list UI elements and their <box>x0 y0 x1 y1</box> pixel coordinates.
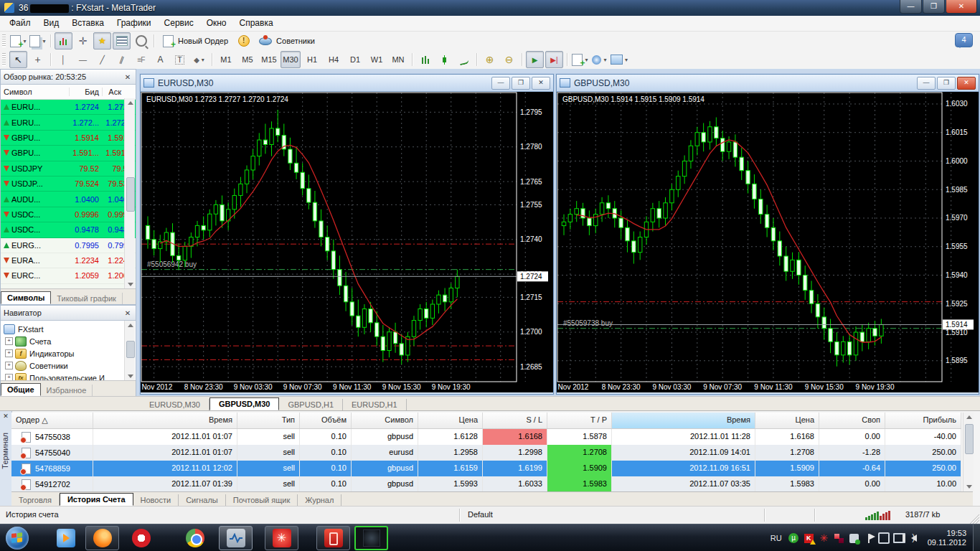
history-row-54755038[interactable]: 547550382012.11.01 01:07sell0.10gbpusd1.… <box>11 429 961 445</box>
taskbar-firefox-button[interactable] <box>85 526 119 550</box>
cursor-tool[interactable]: ↖ <box>9 51 27 68</box>
gbpusd-chart-canvas[interactable]: 1.60301.60151.60001.59851.59701.59551.59… <box>557 92 976 392</box>
text-tool[interactable]: A <box>151 51 169 68</box>
scrollbar-thumb[interactable] <box>126 177 135 212</box>
templates-button[interactable]: ▾ <box>610 51 628 68</box>
navigator-item-Индикаторы[interactable]: +fИндикаторы <box>4 347 136 359</box>
timeframe-M1[interactable]: M1 <box>216 51 236 68</box>
periods-button[interactable]: ▾ <box>590 51 608 68</box>
taskbar-wmp-button[interactable] <box>49 526 83 550</box>
market-watch-row[interactable]: EURG...0.79950.7999 <box>1 238 136 253</box>
market-watch-scrollbar[interactable] <box>124 98 135 289</box>
timeframe-M15[interactable]: M15 <box>259 51 279 68</box>
market-watch-row[interactable]: EURC...1.20591.2063 <box>1 268 136 283</box>
terminal-tab-История Счета[interactable]: История Счета <box>60 493 133 506</box>
column-bid[interactable]: Бид <box>70 88 103 96</box>
market-watch-row[interactable]: EURA...1.22341.2241 <box>1 253 136 268</box>
chart-tab-EURUSD,H1[interactable]: EURUSD,H1 <box>343 399 407 410</box>
eurusd-chart-canvas[interactable]: 1.27951.27801.27651.27551.27401.27251.27… <box>141 92 550 392</box>
terminal-tab-Новости[interactable]: Новости <box>133 494 179 506</box>
expander-icon[interactable]: + <box>5 349 13 357</box>
panel-close-icon[interactable]: ✕ <box>123 309 133 317</box>
new-chart-button[interactable]: +▾ <box>9 32 27 50</box>
red-asterisk-tray-icon[interactable]: ✳ <box>818 532 830 544</box>
taskbar-metatrader-button[interactable] <box>219 526 253 550</box>
terminal-scrollbar[interactable] <box>963 413 974 491</box>
column-header-T / P[interactable]: T / P <box>547 413 612 428</box>
expert-advisors-button[interactable]: Советники <box>254 32 320 50</box>
news-count-badge[interactable]: 4 <box>955 33 973 47</box>
profile-name[interactable]: Default <box>468 510 493 519</box>
menu-Вид[interactable]: Вид <box>37 16 66 31</box>
chart-close-button[interactable]: ✕ <box>532 77 550 90</box>
market-watch-row[interactable]: EURU...1.27241.2726 <box>1 100 136 115</box>
candlestick-mode-button[interactable] <box>435 51 453 68</box>
channel-tool[interactable]: ∥ <box>113 51 131 68</box>
column-header-Своп[interactable]: Своп <box>819 413 885 428</box>
market-watch-toggle[interactable] <box>55 32 72 50</box>
close-button[interactable]: ✕ <box>946 0 977 14</box>
history-row-54755040[interactable]: 547550402012.11.01 01:07sell0.10eurusd1.… <box>11 445 961 461</box>
timeframe-D1[interactable]: D1 <box>345 51 365 68</box>
navigator-tab-Общие[interactable]: Общие <box>1 383 41 396</box>
volume-tray-icon[interactable] <box>908 532 920 544</box>
column-header-Цена[interactable]: Цена <box>418 413 483 428</box>
column-header-Объём[interactable]: Объём <box>300 413 352 428</box>
column-header-Время[interactable]: Время <box>612 413 755 428</box>
cubes-tray-icon[interactable] <box>833 532 845 544</box>
timeframe-H1[interactable]: H1 <box>302 51 322 68</box>
bar-chart-mode-button[interactable] <box>416 51 434 68</box>
expander-icon[interactable]: + <box>5 362 13 369</box>
toolbar-grip[interactable] <box>2 53 6 66</box>
column-header-Тип[interactable]: Тип <box>237 413 300 428</box>
resize-grip[interactable] <box>969 514 979 524</box>
auto-scroll-toggle[interactable]: ▶ <box>526 51 544 68</box>
taskbar-game-button[interactable] <box>354 526 388 550</box>
panel-close-icon[interactable]: ✕ <box>123 73 133 81</box>
terminal-tab-Почтовый ящик[interactable]: Почтовый ящик <box>226 494 298 506</box>
usb-tray-icon[interactable] <box>848 532 860 544</box>
vertical-line-tool[interactable]: │ <box>55 51 72 68</box>
crosshair-tool[interactable]: + <box>29 51 47 68</box>
menu-Окно[interactable]: Окно <box>200 16 233 31</box>
taskbar-app-red-gear-button[interactable]: ✳ <box>265 526 298 550</box>
horizontal-line-tool[interactable]: — <box>74 51 92 68</box>
market-watch-tab-Символы[interactable]: Символы <box>1 291 51 304</box>
navigator-root-item[interactable]: FXstart <box>4 323 136 335</box>
chart-tab-GBPUSD,M30[interactable]: GBPUSD,M30 <box>209 397 280 410</box>
history-row-54768859[interactable]: 547688592012.11.01 12:02sell0.10gbpusd1.… <box>11 461 961 476</box>
power-tray-icon[interactable] <box>878 532 890 544</box>
column-header-Время[interactable]: Время <box>93 413 237 428</box>
market-watch-header[interactable]: Обзор рынка: 20:53:25✕ <box>1 70 136 85</box>
navigator-tab-Избранное[interactable]: Избранное <box>41 385 93 396</box>
menu-Справка[interactable]: Справка <box>233 16 280 31</box>
zoom-out-button[interactable]: ⊖ <box>500 51 518 68</box>
toolbar-grip[interactable] <box>2 34 6 47</box>
chart-minimize-button[interactable]: — <box>917 77 936 90</box>
history-row-54912702[interactable]: 549127022012.11.07 01:39sell0.10gbpusd1.… <box>11 476 961 492</box>
new-order-button[interactable]: +Новый Ордер <box>158 32 233 50</box>
flag-tray-icon[interactable] <box>863 532 875 544</box>
market-watch-tab-Тиковый график[interactable]: Тиковый график <box>51 293 123 304</box>
connection-signal-icon[interactable] <box>865 511 895 520</box>
terminal-close-icon[interactable]: ✕ <box>0 413 11 420</box>
navigator-toggle[interactable]: ★ <box>93 32 111 50</box>
language-indicator[interactable]: RU <box>771 534 782 542</box>
column-header-Ордер[interactable]: Ордер △ <box>11 413 93 428</box>
trendline-tool[interactable]: ╱ <box>93 51 111 68</box>
zoom-in-button[interactable]: ⊕ <box>481 51 499 68</box>
chart-shift-toggle[interactable]: ▶| <box>545 51 563 68</box>
scrollbar-thumb[interactable] <box>126 341 135 358</box>
menu-Графики[interactable]: Графики <box>110 16 158 31</box>
navigator-item-Счета[interactable]: +Счета <box>4 335 136 347</box>
menu-Сервис[interactable]: Сервис <box>158 16 200 31</box>
market-watch-row[interactable]: USDJP...79.52479.532 <box>1 176 136 192</box>
market-watch-row[interactable]: USDC...0.99960.9999 <box>1 207 136 222</box>
maximize-button[interactable]: ❐ <box>923 0 945 14</box>
chart-restore-button[interactable]: ❐ <box>512 77 530 90</box>
start-button[interactable] <box>6 527 29 550</box>
terminal-tab-Журнал[interactable]: Журнал <box>298 494 341 506</box>
strategy-tester-toggle[interactable] <box>132 32 150 50</box>
chart-restore-button[interactable]: ❐ <box>937 77 956 90</box>
chart-minimize-button[interactable]: — <box>491 77 510 90</box>
